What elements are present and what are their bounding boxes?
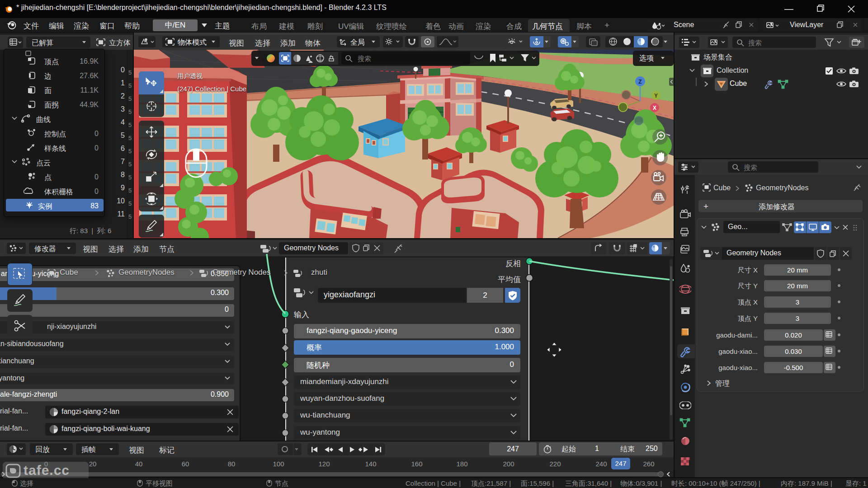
svg-text:Y: Y — [654, 93, 658, 99]
svg-text:Z: Z — [638, 79, 642, 85]
svg-text:X: X — [653, 105, 656, 111]
